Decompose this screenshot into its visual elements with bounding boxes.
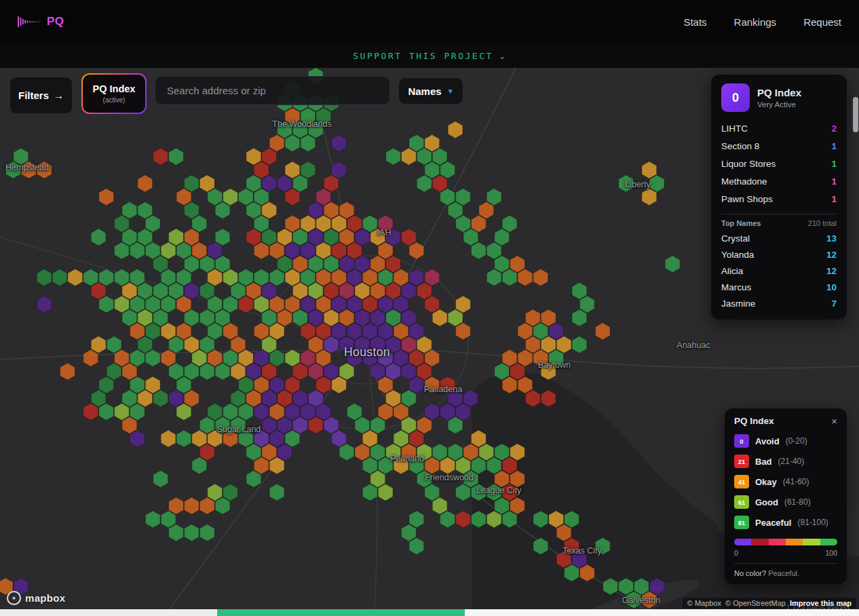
- map-canvas[interactable]: HempsteadThe WoodlandsIAHLibertyHoustonB…: [0, 68, 859, 609]
- metric-label: LIHTC: [721, 123, 748, 134]
- legend-item-range: (81-100): [797, 518, 828, 527]
- legend-items: 0Avoid(0-20)21Bad(21-40)41Okay(41-60)61G…: [734, 431, 837, 533]
- pq-index-toggle-button[interactable]: PQ Index (active): [81, 73, 147, 114]
- improve-map-link[interactable]: Improve this map: [790, 599, 852, 607]
- legend-color-badge: 21: [734, 455, 749, 468]
- metric-row: Pawn Shops1: [721, 190, 837, 208]
- support-banner-label: SUPPORT THIS PROJECT: [353, 51, 493, 61]
- caret-down-icon: ▼: [447, 88, 454, 95]
- nav-item-rankings[interactable]: Rankings: [734, 16, 777, 28]
- legend-item: 41Okay(41-60): [734, 471, 837, 492]
- page-bottom-strip: [0, 609, 859, 616]
- names-dropdown-label: Names: [408, 85, 441, 97]
- metrics-list: LIHTC2Section 81Liquor Stores1Methadone1…: [721, 119, 837, 208]
- strip-segment: [465, 609, 859, 616]
- name-count: 12: [826, 250, 837, 260]
- page-scrollbar-thumb[interactable]: [853, 97, 858, 132]
- metric-row: LIHTC2: [721, 119, 837, 137]
- name-row: Marcus10: [721, 279, 837, 295]
- legend-color-badge: 41: [734, 475, 749, 488]
- legend-scale-max: 100: [825, 549, 837, 557]
- name-count: 13: [826, 233, 837, 244]
- mapbox-attribution-link[interactable]: © Mapbox: [687, 599, 721, 607]
- legend-item-range: (0-20): [786, 436, 807, 446]
- metric-row: Methadone1: [721, 172, 837, 190]
- top-names-total: 210 total: [808, 219, 837, 227]
- legend-item-label: Good: [755, 497, 778, 507]
- name-row: Alicia12: [721, 263, 837, 279]
- legend-item-label: Avoid: [755, 436, 780, 446]
- name-row: Yolanda12: [721, 246, 837, 263]
- legend-scale-segment: [751, 539, 768, 545]
- name-count: 12: [826, 266, 837, 276]
- legend-scale-segment: [734, 539, 751, 545]
- search-input[interactable]: [155, 76, 390, 105]
- stats-panel-subtitle: Very Active: [757, 100, 801, 109]
- pq-index-active-tag: (active): [103, 96, 126, 104]
- legend-header: PQ Index ×: [734, 416, 837, 426]
- top-names-title: Top Names: [721, 219, 761, 227]
- legend-scale-segment: [820, 539, 837, 545]
- legend-footnote-answer: Peaceful.: [768, 569, 799, 577]
- stats-panel-title: PQ Index: [757, 87, 801, 98]
- metric-value: 2: [831, 123, 837, 134]
- legend-footnote: No color? Peaceful.: [734, 563, 837, 577]
- legend-item-label: Bad: [755, 457, 772, 467]
- nav-item-stats[interactable]: Stats: [683, 16, 706, 28]
- name-row: Crystal13: [721, 230, 837, 246]
- app-logo[interactable]: PQ: [18, 15, 64, 28]
- name-label: Alicia: [721, 266, 743, 276]
- osm-attribution-link[interactable]: © OpenStreetMap: [725, 599, 786, 607]
- legend-color-badge: 0: [734, 434, 749, 448]
- legend-item-range: (21-40): [778, 457, 805, 466]
- legend-scale-ticks: 0 100: [734, 549, 837, 557]
- filters-button-label: Filters: [18, 90, 49, 101]
- app-logo-text: PQ: [47, 15, 64, 28]
- metric-value: 1: [831, 176, 837, 187]
- name-count: 10: [826, 282, 837, 292]
- metric-label: Section 8: [721, 141, 759, 151]
- map-attribution: © Mapbox © OpenStreetMap Improve this ma…: [683, 598, 856, 609]
- name-label: Yolanda: [721, 250, 754, 260]
- name-label: Marcus: [721, 282, 751, 292]
- mapbox-logo[interactable]: ✦ mapbox: [7, 591, 65, 605]
- metric-value: 1: [831, 194, 837, 204]
- legend-item-label: Okay: [755, 477, 777, 487]
- arrow-right-icon: →: [54, 90, 64, 101]
- legend-item: 61Good(61-80): [734, 492, 837, 512]
- waveform-logo-icon: [18, 15, 41, 28]
- legend-item-range: (41-60): [783, 477, 809, 486]
- name-label: Jasmine: [721, 299, 755, 309]
- legend-scale-segment: [803, 539, 820, 545]
- names-dropdown-button[interactable]: Names ▼: [398, 77, 463, 104]
- top-names-list: Crystal13Yolanda12Alicia12Marcus10Jasmin…: [721, 230, 837, 311]
- metric-label: Pawn Shops: [721, 194, 773, 204]
- nav-item-request[interactable]: Request: [803, 16, 841, 28]
- legend-scale-min: 0: [734, 549, 738, 557]
- chevron-down-icon: ⌄: [499, 51, 506, 61]
- metric-value: 1: [831, 141, 837, 151]
- name-label: Crystal: [721, 233, 750, 244]
- legend-panel: PQ Index × 0Avoid(0-20)21Bad(21-40)41Oka…: [725, 408, 847, 584]
- legend-color-badge: 61: [734, 495, 749, 509]
- metric-label: Liquor Stores: [721, 159, 776, 169]
- metric-value: 1: [831, 159, 837, 169]
- legend-scale-segment: [786, 539, 803, 545]
- metric-row: Liquor Stores1: [721, 155, 837, 172]
- filters-button[interactable]: Filters →: [9, 77, 73, 114]
- panel-divider: [721, 214, 837, 214]
- legend-item-range: (61-80): [784, 497, 811, 507]
- top-nav-bar: PQ StatsRankingsRequest: [0, 0, 859, 43]
- pq-score-badge: 0: [721, 83, 750, 112]
- top-names-header: Top Names 210 total: [721, 219, 837, 227]
- name-count: 7: [831, 299, 837, 309]
- legend-footnote-question: No color?: [734, 569, 766, 577]
- name-row: Jasmine7: [721, 295, 837, 311]
- legend-item: 81Peaceful(81-100): [734, 512, 837, 533]
- legend-item: 21Bad(21-40): [734, 451, 837, 471]
- strip-segment: [217, 609, 465, 616]
- legend-title: PQ Index: [734, 416, 774, 426]
- close-icon[interactable]: ×: [831, 416, 837, 426]
- legend-scale-segment: [769, 539, 786, 545]
- support-banner[interactable]: SUPPORT THIS PROJECT ⌄: [0, 43, 859, 68]
